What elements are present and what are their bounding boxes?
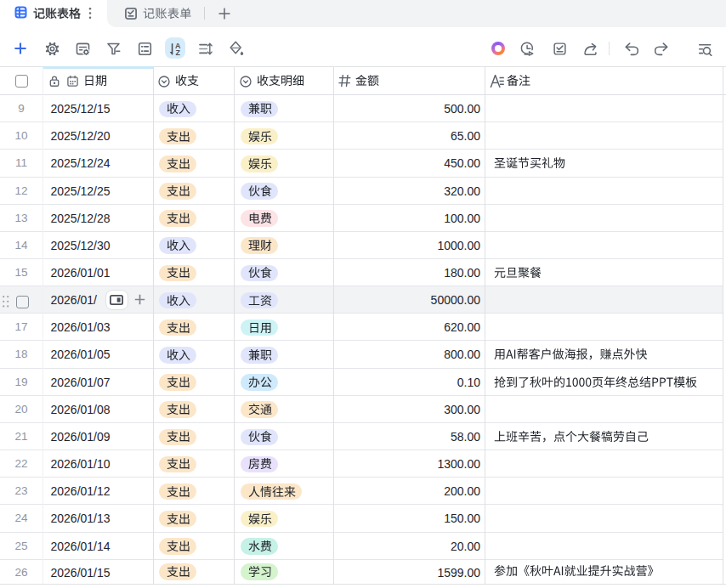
svg-text:Z: Z	[175, 48, 180, 56]
